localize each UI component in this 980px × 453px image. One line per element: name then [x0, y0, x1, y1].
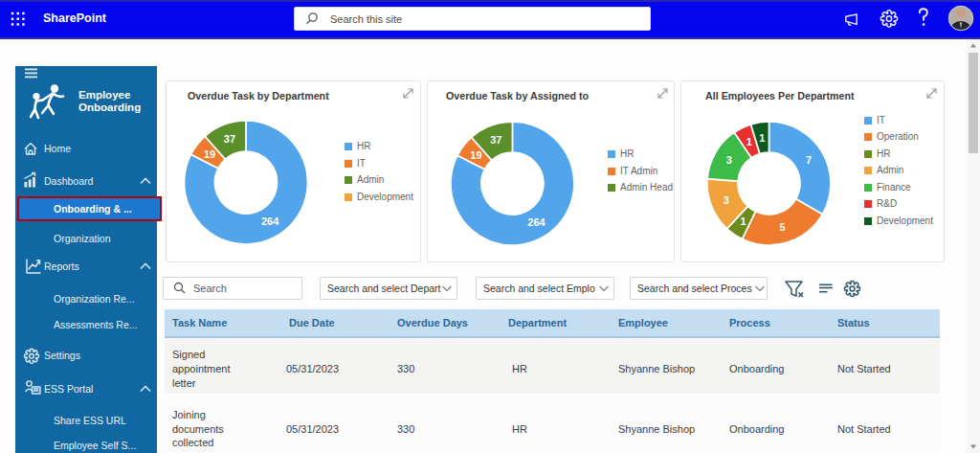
svg-text:19: 19	[470, 149, 481, 161]
svg-text:3: 3	[726, 154, 732, 166]
svg-text:1: 1	[746, 136, 752, 147]
svg-text:264: 264	[261, 215, 279, 227]
svg-text:1: 1	[759, 132, 765, 144]
svg-text:5: 5	[780, 221, 786, 233]
svg-text:264: 264	[527, 216, 546, 228]
svg-text:37: 37	[490, 134, 501, 146]
svg-text:3: 3	[724, 194, 729, 206]
svg-text:37: 37	[224, 133, 235, 145]
svg-text:1: 1	[740, 215, 746, 227]
svg-text:19: 19	[204, 148, 215, 160]
svg-text:7: 7	[806, 154, 812, 166]
